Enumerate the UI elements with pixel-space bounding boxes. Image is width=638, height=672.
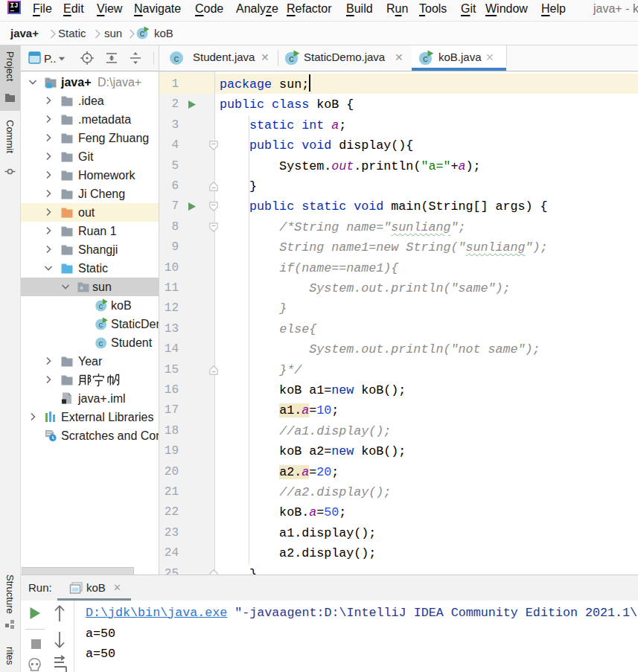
svg-text:c: c [289, 53, 294, 64]
svg-text:c: c [140, 28, 144, 39]
svg-text:c: c [99, 301, 103, 310]
svg-text:c: c [99, 338, 103, 348]
svg-text:c: c [423, 53, 428, 64]
svg-text:c: c [99, 319, 103, 329]
svg-text:c: c [173, 53, 179, 64]
